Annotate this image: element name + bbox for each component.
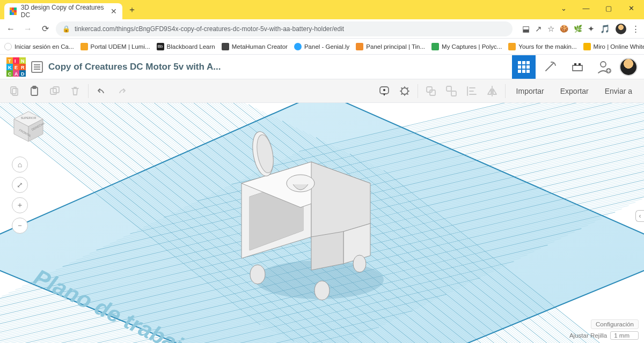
svg-point-290 bbox=[353, 255, 366, 272]
svg-text:D: D bbox=[21, 71, 25, 77]
copy-icon[interactable] bbox=[6, 84, 21, 99]
svg-rect-32 bbox=[427, 87, 432, 92]
share-icon[interactable]: ↗ bbox=[535, 24, 542, 34]
zoom-in-button[interactable]: ＋ bbox=[12, 197, 28, 213]
svg-rect-23 bbox=[11, 87, 16, 94]
paste-icon[interactable] bbox=[27, 84, 42, 99]
svg-text:SUPERIOR: SUPERIOR bbox=[21, 116, 36, 120]
grid-icon bbox=[518, 61, 530, 73]
zoom-out-button[interactable]: － bbox=[12, 218, 28, 234]
bookmark-item[interactable]: Panel principal | Tin... bbox=[356, 43, 425, 50]
bookmark-item[interactable]: Panel - Genial.ly bbox=[294, 43, 349, 50]
invite-user-button[interactable] bbox=[592, 55, 616, 79]
visibility-icon[interactable] bbox=[397, 84, 412, 99]
browser-titlebar: 3D design Copy of Creatures DC ✕ ＋ ⌄ — ▢… bbox=[0, 0, 644, 19]
send-to-button[interactable]: Enviar a bbox=[599, 87, 638, 95]
workplane[interactable]: Plano de trabajo bbox=[0, 103, 644, 343]
grid-config-button[interactable]: Configuración bbox=[591, 319, 639, 329]
user-plus-icon bbox=[596, 59, 612, 75]
grid-snap-select[interactable]: 1 mm bbox=[610, 331, 639, 340]
duplicate-icon[interactable] bbox=[47, 84, 62, 99]
browser-tab-active[interactable]: 3D design Copy of Creatures DC ✕ bbox=[4, 3, 122, 19]
window-close-icon[interactable]: ✕ bbox=[625, 4, 638, 12]
shape-panel-toggle[interactable]: ‹ bbox=[635, 210, 644, 222]
svg-rect-19 bbox=[574, 63, 576, 65]
tab-title: 3D design Copy of Creatures DC bbox=[21, 4, 106, 19]
svg-text:T: T bbox=[8, 58, 11, 64]
grid-snap-label: Ajustar Rejilla bbox=[569, 332, 607, 339]
editor-canvas[interactable]: Plano de trabajo bbox=[0, 103, 644, 343]
workplane-grid: Plano de trabajo bbox=[0, 103, 644, 343]
notes-icon[interactable] bbox=[377, 84, 392, 99]
view-3d-grid-button[interactable] bbox=[512, 55, 536, 79]
cookie-icon[interactable]: 🍪 bbox=[560, 25, 568, 33]
grid-controls: Configuración Ajustar Rejilla 1 mm bbox=[569, 319, 639, 340]
music-icon[interactable]: 🎵 bbox=[600, 24, 610, 34]
view-bricks-button[interactable] bbox=[566, 55, 589, 79]
svg-point-30 bbox=[383, 89, 385, 91]
import-button[interactable]: Importar bbox=[511, 87, 550, 95]
window-minimize-icon[interactable]: — bbox=[580, 4, 592, 12]
window-controls: ⌄ — ▢ ✕ bbox=[557, 4, 638, 12]
tinkercad-logo[interactable]: TIN KER CAD bbox=[6, 57, 26, 77]
svg-rect-24 bbox=[12, 88, 18, 95]
window-chevron-icon[interactable]: ⌄ bbox=[557, 4, 570, 12]
fit-view-button[interactable]: ⤢ bbox=[12, 177, 28, 193]
bookmark-item[interactable]: Miro | Online White... bbox=[583, 43, 644, 50]
tinkercad-favicon bbox=[10, 8, 17, 15]
bookmark-item[interactable]: BbBlackboard Learn bbox=[157, 43, 215, 50]
user-avatar[interactable] bbox=[619, 58, 638, 76]
svg-text:C: C bbox=[8, 71, 12, 77]
profile-avatar-icon[interactable] bbox=[616, 24, 626, 34]
bookmarks-bar: Iniciar sesión en Ca... Portal UDEM | Lu… bbox=[0, 39, 644, 55]
window-maximize-icon[interactable]: ▢ bbox=[602, 4, 615, 12]
bookmark-item[interactable]: MetaHuman Creator bbox=[222, 43, 288, 50]
bookmark-item[interactable]: Portal UDEM | Lumi... bbox=[80, 43, 150, 50]
align-icon[interactable] bbox=[464, 84, 479, 99]
lego-brick-icon bbox=[570, 60, 584, 74]
design-outline-icon[interactable] bbox=[31, 61, 43, 73]
undo-icon[interactable] bbox=[94, 84, 109, 99]
delete-icon[interactable] bbox=[68, 84, 83, 99]
svg-text:N: N bbox=[21, 58, 25, 64]
pickaxe-icon bbox=[544, 60, 558, 74]
svg-point-288 bbox=[250, 265, 265, 284]
app-header: TIN KER CAD Copy of Creatures DC Motor 5… bbox=[0, 55, 644, 79]
url-bar[interactable]: 🔒 tinkercad.com/things/cBngGFD9S4x-copy-… bbox=[56, 21, 513, 36]
svg-text:A: A bbox=[14, 71, 18, 77]
install-app-icon[interactable]: ⬓ bbox=[522, 24, 530, 34]
ungroup-icon[interactable] bbox=[444, 84, 459, 99]
garden-icon[interactable]: 🌿 bbox=[574, 25, 582, 33]
redo-icon[interactable] bbox=[114, 84, 129, 99]
export-button[interactable]: Exportar bbox=[555, 87, 594, 95]
svg-rect-1 bbox=[13, 57, 19, 64]
svg-rect-33 bbox=[430, 90, 435, 95]
new-tab-button[interactable]: ＋ bbox=[122, 4, 142, 16]
svg-text:I: I bbox=[14, 58, 16, 64]
mirror-icon[interactable] bbox=[485, 84, 500, 99]
browser-url-row: ← → ⟳ 🔒 tinkercad.com/things/cBngGFD9S4x… bbox=[0, 19, 644, 39]
tab-close-icon[interactable]: ✕ bbox=[111, 7, 117, 16]
view-cube[interactable]: SUPERIOR FRONTAL DERECHA bbox=[10, 108, 47, 146]
view-blocks-button[interactable] bbox=[539, 55, 562, 79]
svg-text:E: E bbox=[14, 65, 18, 70]
url-text: tinkercad.com/things/cBngGFD9S4x-copy-of… bbox=[75, 25, 344, 33]
home-view-button[interactable]: ⌂ bbox=[12, 156, 28, 173]
bookmark-star-icon[interactable]: ☆ bbox=[547, 24, 554, 34]
svg-rect-34 bbox=[447, 86, 451, 91]
nav-forward-icon[interactable]: → bbox=[21, 23, 34, 35]
nav-reload-icon[interactable]: ⟳ bbox=[39, 23, 52, 35]
kebab-menu-icon[interactable]: ⋮ bbox=[632, 24, 640, 34]
svg-rect-18 bbox=[573, 65, 582, 71]
design-title[interactable]: Copy of Creatures DC Motor 5v with A... bbox=[48, 62, 221, 72]
toolbar: Importar Exportar Enviar a bbox=[0, 79, 644, 103]
lock-icon: 🔒 bbox=[62, 25, 70, 33]
extensions-icon[interactable]: ✦ bbox=[588, 24, 595, 34]
bookmark-item[interactable]: Yours for the makin... bbox=[508, 43, 576, 50]
svg-point-289 bbox=[314, 281, 330, 300]
bookmark-item[interactable]: My Captures | Polyc... bbox=[431, 43, 502, 50]
nav-back-icon[interactable]: ← bbox=[4, 23, 17, 35]
svg-rect-35 bbox=[451, 91, 456, 96]
bookmark-item[interactable]: Iniciar sesión en Ca... bbox=[4, 43, 74, 50]
group-icon[interactable] bbox=[423, 84, 438, 99]
